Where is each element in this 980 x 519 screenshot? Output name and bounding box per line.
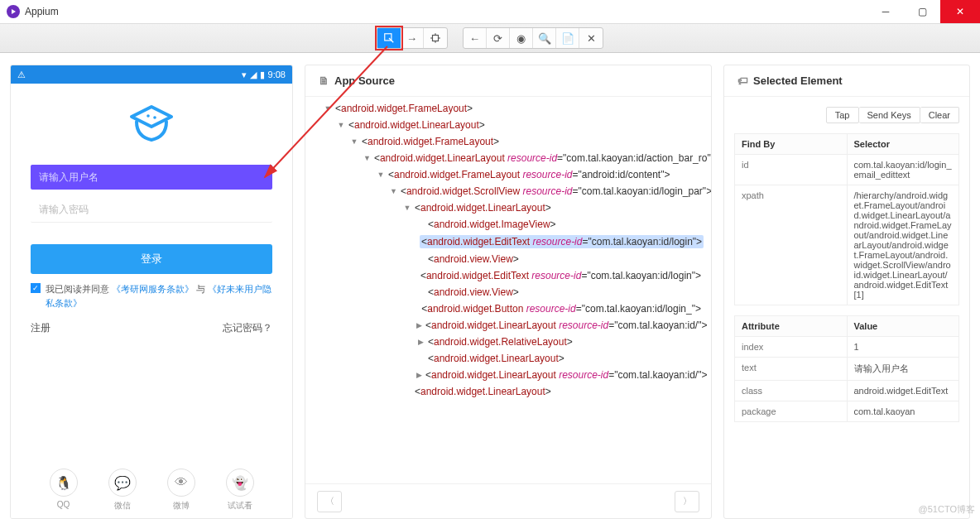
window-title: Appium [25,6,59,17]
sendkeys-button[interactable]: Send Keys [859,107,920,123]
source-prev-button[interactable]: 〈 [317,491,342,512]
forgot-link[interactable]: 忘记密码？ [223,321,272,335]
app-icon [7,5,20,18]
svg-point-7 [153,116,156,119]
search-button[interactable]: 🔍 [533,28,556,48]
username-field[interactable]: 请输入用户名 [31,165,272,190]
source-next-button[interactable]: 〉 [675,491,699,512]
social-try[interactable]: 👻试试看 [226,469,254,512]
quit-button[interactable]: ✕ [579,28,603,48]
tree-node[interactable]: ▼<android.widget.FrameLayout> [309,100,701,117]
svg-rect-1 [433,36,439,41]
window-titlebar: Appium ─ ▢ ✕ [0,0,980,23]
tree-node[interactable]: <android.widget.ImageView> [309,216,701,233]
tap-coords-button[interactable] [424,28,447,48]
record-button[interactable]: ◉ [510,28,533,48]
tree-node[interactable]: <android.widget.Button resource-id="com.… [309,300,701,317]
clear-button[interactable]: Clear [920,107,959,123]
phone-status-bar: ⚠ ▾ ◢ ▮ 9:08 [11,65,292,84]
selected-heading: 🏷 Selected Element [724,65,969,97]
table-row: packagecom.tal.kaoyan [735,401,959,422]
table-row: classandroid.widget.EditText [735,381,959,401]
selected-panel: 🏷 Selected Element Tap Send Keys Clear F… [723,65,970,519]
app-logo-icon [127,103,176,147]
document-icon: 🗎 [319,74,329,87]
tree-node[interactable]: ▼<android.widget.FrameLayout> [309,133,701,150]
agree-row: 我已阅读并同意 《考研网服务条款》 与 《好未来用户隐私条款》 [31,282,272,310]
login-button[interactable]: 登录 [31,244,272,274]
toolbar: → ← ⟳ ◉ 🔍 📄 ✕ [0,23,980,53]
tap-button[interactable]: Tap [826,107,859,123]
table-row: idcom.tal.kaoyan:id/login_email_edittext [735,155,959,185]
social-weibo[interactable]: 👁微博 [167,469,195,512]
swipe-button[interactable]: → [401,28,424,48]
device-preview: ⚠ ▾ ◢ ▮ 9:08 请输入用户名 请输入密码 登录 [10,65,293,519]
tree-node[interactable]: ▼<android.widget.LinearLayout> [309,117,701,133]
action-buttons: Tap Send Keys Clear [734,107,959,123]
terms-link-1[interactable]: 《考研网服务条款》 [112,284,194,294]
copy-xml-button[interactable]: 📄 [556,28,579,48]
agree-prefix: 我已阅读并同意 [46,284,109,294]
tree-node[interactable]: <android.widget.EditText resource-id="co… [309,267,701,284]
refresh-button[interactable]: ⟳ [487,28,510,48]
window-controls: ─ ▢ ✕ [867,0,980,23]
wifi-icon: ▾ [242,70,247,80]
tree-node[interactable]: <android.view.View> [309,284,701,300]
tree-node[interactable]: ▼<android.widget.LinearLayout> [309,199,701,216]
phone-body: 请输入用户名 请输入密码 登录 我已阅读并同意 《考研网服务条款》 与 《好未来… [11,84,292,518]
social-qq[interactable]: 🐧QQ [50,469,78,512]
tree-node[interactable]: <android.widget.LinearLayout> [309,350,701,367]
qq-icon: 🐧 [50,469,78,497]
tree-node[interactable]: ▶<android.widget.LinearLayout resource-i… [309,317,701,334]
source-nav: 〈 〉 [305,483,711,518]
tag-icon: 🏷 [737,74,748,87]
alert-icon: ⚠ [17,70,26,80]
table-row: text请输入用户名 [735,358,959,381]
register-link[interactable]: 注册 [31,321,50,335]
battery-icon: ▮ [260,70,265,80]
source-tree[interactable]: ▼<android.widget.FrameLayout>▼<android.w… [305,97,711,483]
toolbar-group-mode: → [377,27,448,49]
tree-node[interactable]: ▶<android.widget.LinearLayout resource-i… [309,367,701,383]
tree-node[interactable]: ▼<android.widget.FrameLayout resource-id… [309,166,701,183]
attr-table: AttributeValue index1text请输入用户名classandr… [734,315,959,422]
wechat-icon: 💬 [108,469,137,497]
password-field[interactable]: 请输入密码 [31,198,272,223]
tree-node[interactable]: ▼<android.widget.ScrollView resource-id=… [309,183,701,199]
tree-node[interactable]: ▶<android.widget.RelativeLayout> [309,334,701,350]
tree-node[interactable]: ▼<android.widget.LinearLayout resource-i… [309,150,701,166]
tree-node[interactable]: <android.widget.EditText resource-id="co… [309,233,701,251]
signal-icon: ◢ [250,70,257,80]
back-button[interactable]: ← [464,28,487,48]
watermark: @51CTO博客 [919,503,975,516]
try-icon: 👻 [226,469,254,497]
agree-and: 与 [196,284,205,294]
agree-checkbox[interactable] [31,283,41,293]
tree-node[interactable]: <android.widget.LinearLayout> [309,383,701,400]
close-button[interactable]: ✕ [940,0,980,23]
table-row: index1 [735,337,959,358]
svg-point-6 [147,114,150,118]
findby-table: Find BySelector idcom.tal.kaoyan:id/logi… [734,133,959,305]
tree-node[interactable]: <android.view.View> [309,251,701,267]
weibo-icon: 👁 [167,469,195,497]
app-source-heading: 🗎 App Source [305,65,711,97]
maximize-button[interactable]: ▢ [904,0,940,23]
social-wechat[interactable]: 💬微信 [108,469,137,512]
status-time: 9:08 [268,70,286,79]
app-source-panel: 🗎 App Source ▼<android.widget.FrameLayou… [305,65,712,519]
select-element-button[interactable] [377,28,401,48]
toolbar-group-actions: ← ⟳ ◉ 🔍 📄 ✕ [463,27,603,49]
table-row: xpath/hierarchy/android.widget.FrameLayo… [735,185,959,305]
minimize-button[interactable]: ─ [867,0,904,23]
social-row: 🐧QQ 💬微信 👁微博 👻试试看 [31,462,272,512]
workspace: ⚠ ▾ ◢ ▮ 9:08 请输入用户名 请输入密码 登录 [0,53,980,519]
